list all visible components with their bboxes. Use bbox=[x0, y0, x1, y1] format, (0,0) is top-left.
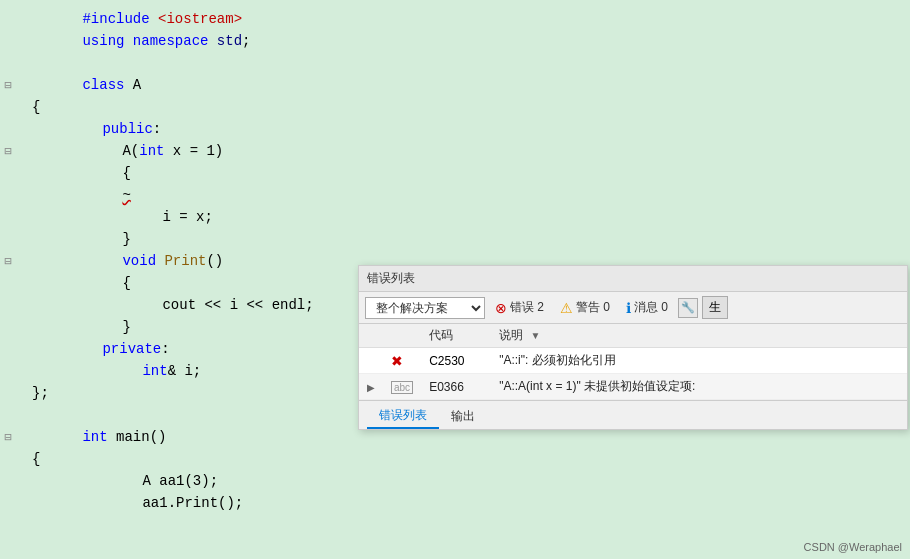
code: }; bbox=[32, 385, 49, 401]
error-icon: ✖ bbox=[391, 353, 403, 369]
keyword: using bbox=[82, 33, 132, 49]
gutter-9 bbox=[0, 188, 16, 202]
col-header-description: 说明 ▼ bbox=[491, 324, 907, 348]
gutter-23 bbox=[0, 496, 16, 510]
table-header-row: 代码 说明 ▼ bbox=[359, 324, 907, 348]
error-row-2[interactable]: ▶ abc E0366 "A::A(int x = 1)" 未提供初始值设定项: bbox=[359, 374, 907, 400]
gutter-4: ⊟ bbox=[0, 78, 16, 93]
gutter-14 bbox=[0, 298, 16, 312]
warning-triangle-icon: ⚠ bbox=[560, 300, 573, 316]
gutter-17 bbox=[0, 364, 16, 378]
keyword: namespace bbox=[133, 33, 217, 49]
gutter-16 bbox=[0, 342, 16, 356]
keyword: class bbox=[82, 77, 132, 93]
code-line-23: aa1.Print(); bbox=[0, 492, 910, 514]
error-panel: 错误列表 整个解决方案 ⊗ 错误 2 ⚠ 警告 0 ℹ 消息 0 🔧 生 bbox=[358, 265, 908, 430]
row-code-1: C2530 bbox=[421, 348, 491, 374]
row-description-2: "A::A(int x = 1)" 未提供初始值设定项: bbox=[491, 374, 907, 400]
code: main() bbox=[108, 429, 167, 445]
info-circle-icon: ℹ bbox=[626, 300, 631, 316]
keyword: int bbox=[142, 363, 167, 379]
gutter-8 bbox=[0, 166, 16, 180]
build-button[interactable]: 生 bbox=[702, 296, 728, 319]
error-tabs: 错误列表 输出 bbox=[359, 400, 907, 429]
error-panel-title: 错误列表 bbox=[359, 266, 907, 292]
warning-count-button[interactable]: ⚠ 警告 0 bbox=[554, 297, 616, 318]
class-name: A bbox=[133, 77, 141, 93]
row-description-1: "A::i": 必须初始化引用 bbox=[491, 348, 907, 374]
gutter-1 bbox=[0, 12, 16, 26]
sort-icon: ▼ bbox=[530, 330, 540, 341]
code: & i; bbox=[168, 363, 202, 379]
expand-icon[interactable]: ▶ bbox=[367, 382, 375, 393]
message-count-button[interactable]: ℹ 消息 0 bbox=[620, 297, 674, 318]
filter-icon[interactable]: 🔧 bbox=[678, 298, 698, 318]
error-circle-icon: ⊗ bbox=[495, 300, 507, 316]
gutter-6 bbox=[0, 122, 16, 136]
gutter-11 bbox=[0, 232, 16, 246]
col-header-expand bbox=[359, 324, 383, 348]
line-content-23: aa1.Print(); bbox=[32, 470, 910, 536]
gutter-18 bbox=[0, 386, 16, 400]
row-expand-2: ▶ bbox=[359, 374, 383, 400]
namespace-name: std bbox=[217, 33, 242, 49]
punctuation: ; bbox=[242, 33, 250, 49]
solution-select[interactable]: 整个解决方案 bbox=[365, 297, 485, 319]
col-header-icon bbox=[383, 324, 421, 348]
error-toolbar: 整个解决方案 ⊗ 错误 2 ⚠ 警告 0 ℹ 消息 0 🔧 生 bbox=[359, 292, 907, 324]
tab-output[interactable]: 输出 bbox=[439, 404, 487, 429]
col-header-code: 代码 bbox=[421, 324, 491, 348]
error-row-1[interactable]: ✖ C2530 "A::i": 必须初始化引用 bbox=[359, 348, 907, 374]
watermark: CSDN @Weraphael bbox=[804, 541, 902, 553]
gutter-7: ⊟ bbox=[0, 144, 16, 159]
keyword: int bbox=[82, 429, 107, 445]
abc-icon: abc bbox=[391, 381, 413, 394]
row-expand-1 bbox=[359, 348, 383, 374]
gutter-21 bbox=[0, 452, 16, 466]
row-icon-2: abc bbox=[383, 374, 421, 400]
error-count-button[interactable]: ⊗ 错误 2 bbox=[489, 297, 550, 318]
gutter-15 bbox=[0, 320, 16, 334]
gutter-20: ⊟ bbox=[0, 430, 16, 445]
row-icon-1: ✖ bbox=[383, 348, 421, 374]
gutter-19 bbox=[0, 408, 16, 422]
gutter-5 bbox=[0, 100, 16, 114]
error-table: 代码 说明 ▼ ✖ C2530 bbox=[359, 324, 907, 400]
gutter-12: ⊟ bbox=[0, 254, 16, 269]
gutter-3 bbox=[0, 56, 16, 70]
tab-error-list[interactable]: 错误列表 bbox=[367, 404, 439, 429]
gutter-13 bbox=[0, 276, 16, 290]
gutter-22 bbox=[0, 474, 16, 488]
gutter-10 bbox=[0, 210, 16, 224]
code-line-2: using namespace std; bbox=[0, 30, 910, 52]
row-code-2: E0366 bbox=[421, 374, 491, 400]
code: aa1.Print(); bbox=[142, 495, 243, 511]
code-line-4: ⊟ class A bbox=[0, 74, 910, 96]
gutter-2 bbox=[0, 34, 16, 48]
code-editor: #include <iostream> using namespace std;… bbox=[0, 0, 910, 559]
